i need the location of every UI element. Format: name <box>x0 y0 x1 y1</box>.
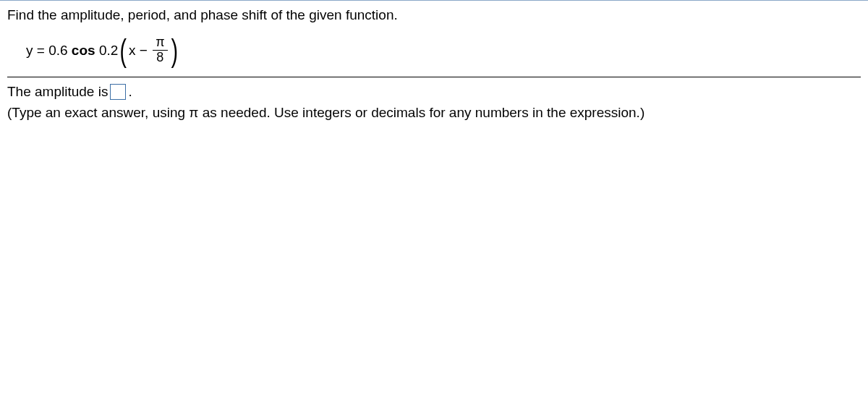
question-content: Find the amplitude, period, and phase sh… <box>0 1 868 123</box>
answer-line: The amplitude is . <box>7 82 861 103</box>
instruction-text: Find the amplitude, period, and phase sh… <box>7 7 861 25</box>
fraction: π 8 <box>153 35 167 65</box>
section-divider <box>7 77 861 77</box>
answer-suffix: . <box>128 82 132 103</box>
answer-prefix: The amplitude is <box>7 82 108 103</box>
fraction-denominator: 8 <box>153 51 166 65</box>
amplitude-input[interactable] <box>110 84 126 100</box>
answer-hint: (Type an exact answer, using π as needed… <box>7 103 861 123</box>
equation-lhs: y = 0.6 <box>26 43 72 59</box>
equation-inner: x − π 8 <box>129 35 169 65</box>
equation: y = 0.6 cos 0.2 ( x − π 8 ) <box>26 35 861 67</box>
left-paren: ( <box>120 35 127 67</box>
inner-lead: x − <box>129 43 151 59</box>
fraction-numerator: π <box>153 35 167 50</box>
equation-coef: 0.2 <box>95 43 119 59</box>
equation-func: cos <box>72 43 95 59</box>
right-paren: ) <box>171 35 178 67</box>
